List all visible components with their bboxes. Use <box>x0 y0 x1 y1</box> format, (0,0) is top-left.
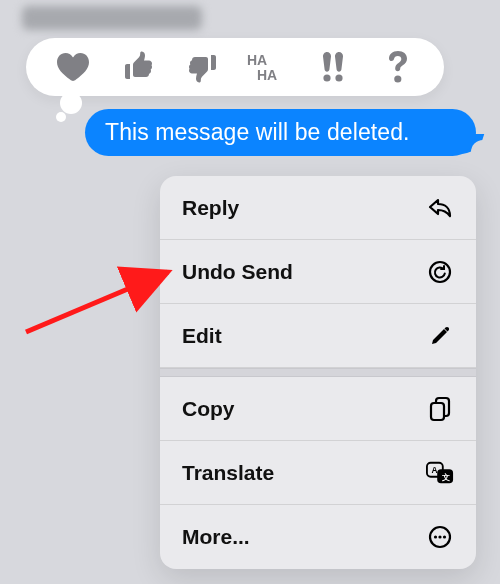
menu-copy[interactable]: Copy <box>160 377 476 441</box>
question-icon[interactable] <box>377 46 419 88</box>
svg-rect-6 <box>431 403 444 420</box>
haha-icon[interactable]: HAHA <box>247 46 289 88</box>
svg-point-14 <box>443 535 446 538</box>
svg-text:文: 文 <box>441 471 450 481</box>
more-icon <box>426 523 454 551</box>
menu-undo-send[interactable]: Undo Send <box>160 240 476 304</box>
menu-reply[interactable]: Reply <box>160 176 476 240</box>
menu-more[interactable]: More... <box>160 505 476 569</box>
reply-icon <box>426 194 454 222</box>
menu-translate[interactable]: Translate A文 <box>160 441 476 505</box>
translate-icon: A文 <box>426 459 454 487</box>
thumbs-down-icon[interactable] <box>182 46 224 88</box>
svg-point-5 <box>430 262 450 282</box>
menu-copy-label: Copy <box>182 397 235 421</box>
tapback-reactions-bar: HAHA <box>26 38 444 96</box>
heart-icon[interactable] <box>52 46 94 88</box>
reaction-tail-large <box>60 92 82 114</box>
svg-text:A: A <box>432 465 438 475</box>
svg-point-13 <box>438 535 441 538</box>
svg-text:HA: HA <box>247 52 267 68</box>
svg-point-4 <box>394 75 401 82</box>
svg-text:HA: HA <box>257 67 277 83</box>
copy-icon <box>426 395 454 423</box>
edit-icon <box>426 322 454 350</box>
message-text: This message will be deleted. <box>105 119 410 146</box>
context-menu: Reply Undo Send Edit Copy Translate A文 M… <box>160 176 476 569</box>
thumbs-up-icon[interactable] <box>117 46 159 88</box>
exclaim-icon[interactable] <box>312 46 354 88</box>
menu-more-label: More... <box>182 525 250 549</box>
menu-undo-label: Undo Send <box>182 260 293 284</box>
menu-separator <box>160 368 476 377</box>
contact-name-blurred <box>22 6 202 30</box>
svg-point-3 <box>335 74 342 81</box>
svg-line-15 <box>26 272 168 332</box>
message-bubble[interactable]: This message will be deleted. <box>85 109 476 156</box>
undo-send-icon <box>426 258 454 286</box>
svg-point-12 <box>434 535 437 538</box>
menu-reply-label: Reply <box>182 196 239 220</box>
menu-translate-label: Translate <box>182 461 274 485</box>
svg-point-2 <box>323 74 330 81</box>
menu-edit[interactable]: Edit <box>160 304 476 368</box>
menu-edit-label: Edit <box>182 324 222 348</box>
reaction-tail-small <box>56 112 66 122</box>
